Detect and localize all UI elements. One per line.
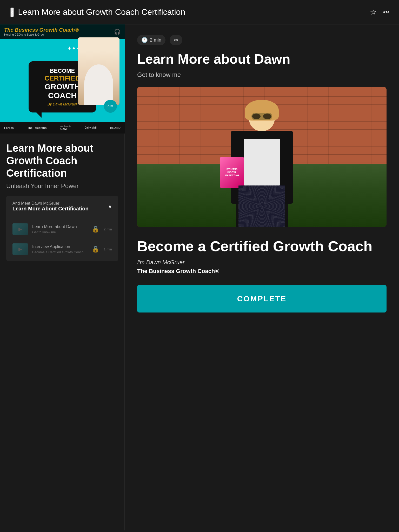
- lesson-desc-1: Get to know me: [32, 230, 88, 234]
- dawn-head: [249, 102, 275, 131]
- dawn-shirt: [244, 139, 280, 185]
- lesson-duration-2: 1 min: [104, 247, 112, 251]
- header-title: Learn More about Growth Coach Certificat…: [18, 7, 185, 17]
- main-layout: The Business Growth Coach® Helping CEO's…: [0, 24, 399, 530]
- accordion-labels: And Meet Dawn McGruer Learn More About C…: [12, 201, 89, 212]
- header: ‹ Learn More about Growth Coach Certific…: [0, 0, 399, 24]
- dawn-name-text: I'm Dawn McGruer: [137, 259, 387, 266]
- thumbnail-woman-image: [78, 37, 119, 105]
- lesson-name-1: Learn More about Dawn: [32, 224, 88, 229]
- lesson-name-2: Interview Application: [32, 244, 88, 249]
- brand-subtitle: Helping CEO's to Scale & Grow: [4, 33, 79, 36]
- course-main-title: Learn More about Growth Coach Certificat…: [6, 142, 118, 179]
- woman-figure: [78, 37, 119, 105]
- lesson-item[interactable]: ▶ Learn More about Dawn Get to know me 🔒…: [6, 219, 118, 239]
- link-tag[interactable]: ⚯: [170, 35, 182, 45]
- media-forbes: Forbes: [4, 126, 14, 129]
- brand-name: The Business Growth Coach®: [4, 27, 79, 33]
- dawn-sunglasses: [251, 113, 272, 120]
- thumbnail-media-bar: Forbes The Telegraph As Seen In CXM Dail…: [0, 122, 125, 134]
- dm-badge: d/m: [104, 100, 117, 113]
- header-left: ‹ Learn More about Growth Coach Certific…: [10, 7, 185, 17]
- dawn-book: DYNAMIC DIGITAL MARKETING: [220, 157, 244, 188]
- duration-text: 2 min: [150, 37, 161, 43]
- right-panel: 🕐 2 min ⚯ Learn More about Dawn Get to k…: [125, 24, 399, 530]
- brand-coach-text: The Business Growth Coach®: [137, 268, 387, 275]
- left-panel: The Business Growth Coach® Helping CEO's…: [0, 24, 125, 530]
- media-telegraph: The Telegraph: [27, 126, 46, 129]
- lock-icon-2: 🔒: [92, 245, 99, 253]
- profile-background: DYNAMIC DIGITAL MARKETING: [137, 87, 387, 227]
- thumbnail-brand: The Business Growth Coach® Helping CEO's…: [4, 27, 79, 36]
- dawn-figure: DYNAMIC DIGITAL MARKETING: [220, 102, 303, 227]
- media-cxm: As Seen In CXM: [60, 125, 71, 130]
- as-seen-label: As Seen In: [60, 125, 71, 127]
- become-title: Become a Certified Growth Coach: [137, 237, 387, 255]
- brand-icons: 🎧: [114, 29, 121, 35]
- lesson-thumbnail-1: ▶: [12, 223, 28, 235]
- lock-icon-1: 🔒: [92, 225, 99, 233]
- lesson-list: ▶ Learn More about Dawn Get to know me 🔒…: [6, 217, 118, 261]
- duration-tag: 🕐 2 min: [137, 35, 165, 45]
- lesson-thumb-inner-2: ▶: [12, 243, 28, 255]
- dawn-body: DYNAMIC DIGITAL MARKETING: [236, 131, 288, 227]
- chevron-up-icon: ∧: [108, 203, 112, 210]
- lesson-main-title: Learn More about Dawn: [137, 51, 387, 67]
- back-button[interactable]: ‹: [10, 8, 14, 17]
- bookmark-button[interactable]: ☆: [370, 8, 376, 16]
- course-subtitle: Unleash Your Inner Power: [6, 182, 118, 190]
- course-thumbnail: The Business Growth Coach® Helping CEO's…: [0, 24, 125, 134]
- lesson-thumbnail-2: ▶: [12, 243, 28, 255]
- thumbnail-inner: The Business Growth Coach® Helping CEO's…: [0, 24, 125, 134]
- lesson-info-1: Learn More about Dawn Get to know me: [32, 224, 88, 234]
- complete-button[interactable]: COMPLETE: [137, 285, 387, 312]
- lesson-thumb-inner-1: ▶: [12, 223, 28, 235]
- lesson-duration-1: 2 min: [104, 227, 112, 231]
- dawn-pants: [238, 185, 285, 227]
- accordion-section-label: And Meet Dawn McGruer: [12, 201, 89, 206]
- course-info: Learn More about Growth Coach Certificat…: [0, 134, 124, 267]
- thumbnail-top-bar: The Business Growth Coach® Helping CEO's…: [0, 24, 125, 39]
- lesson-info-2: Interview Application Become a Certified…: [32, 244, 88, 254]
- profile-image: DYNAMIC DIGITAL MARKETING: [137, 87, 387, 227]
- accordion-header[interactable]: And Meet Dawn McGruer Learn More About C…: [6, 196, 118, 217]
- accordion-title: Learn More About Certification: [12, 206, 89, 212]
- header-actions: ☆ ⚯: [370, 8, 389, 16]
- lesson-tagline: Get to know me: [137, 71, 387, 78]
- accordion-section: And Meet Dawn McGruer Learn More About C…: [6, 196, 118, 261]
- play-icon-1: ▶: [18, 226, 22, 232]
- meta-bar: 🕐 2 min ⚯: [137, 35, 387, 45]
- lesson-item[interactable]: ▶ Interview Application Become a Certifi…: [6, 239, 118, 259]
- play-icon-2: ▶: [18, 246, 22, 252]
- clock-icon: 🕐: [141, 37, 148, 43]
- share-link-button[interactable]: ⚯: [383, 8, 389, 16]
- media-dailymail: Daily Mail: [85, 126, 97, 129]
- lesson-desc-2: Become a Certified Growth Coach: [32, 250, 88, 254]
- media-brand-authority: BRAND: [110, 126, 121, 129]
